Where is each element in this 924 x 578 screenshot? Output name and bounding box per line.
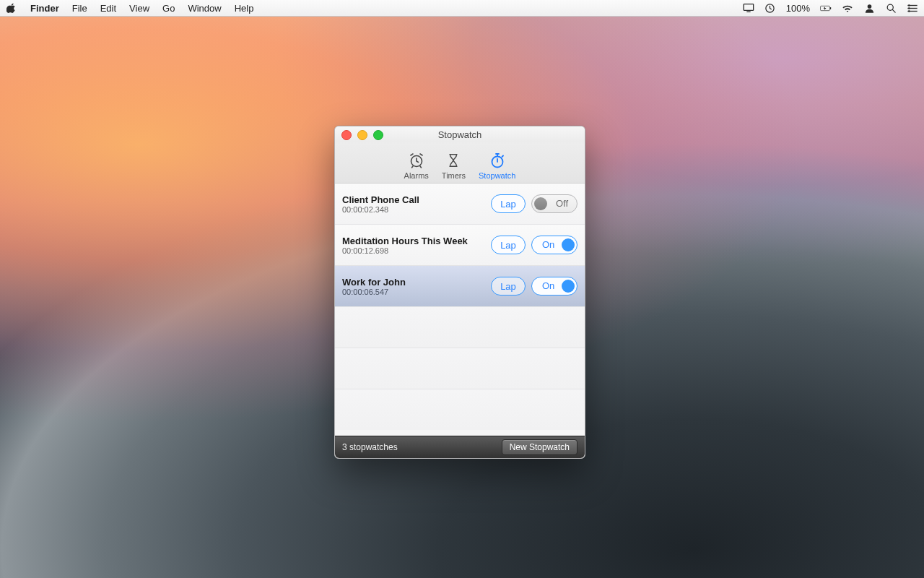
tab-stopwatch[interactable]: Stopwatch <box>479 151 515 180</box>
run-toggle[interactable]: On <box>531 277 578 296</box>
lap-button[interactable]: Lap <box>491 277 526 296</box>
svg-rect-4 <box>830 7 831 9</box>
stopwatch-list: Client Phone Call 00:00:02.348 Lap Off M… <box>335 184 585 436</box>
tab-label: Timers <box>442 171 466 180</box>
lap-button[interactable]: Lap <box>491 236 526 254</box>
toggle-label: On <box>542 280 554 291</box>
window-minimize-button[interactable] <box>357 130 367 140</box>
stopwatch-row[interactable]: Work for John 00:00:06.547 Lap On <box>335 266 585 307</box>
run-toggle[interactable]: On <box>531 236 578 254</box>
svg-rect-1 <box>746 12 750 12</box>
tab-alarms[interactable]: Alarms <box>404 151 429 180</box>
notification-center-icon[interactable] <box>907 2 918 14</box>
window-title: Stopwatch <box>438 129 482 140</box>
svg-point-5 <box>867 4 871 9</box>
hourglass-icon <box>444 151 463 170</box>
battery-charging-icon[interactable] <box>820 2 832 14</box>
svg-line-7 <box>892 9 895 12</box>
menubar-item-window[interactable]: Window <box>188 3 221 14</box>
window-zoom-button[interactable] <box>373 130 383 140</box>
new-stopwatch-button[interactable]: New Stopwatch <box>502 439 578 455</box>
stopwatch-name: Meditation Hours This Week <box>342 236 485 246</box>
window-titlebar[interactable]: Stopwatch <box>335 126 585 142</box>
svg-point-11 <box>908 4 910 7</box>
window-footer: 3 stopwatches New Stopwatch <box>335 436 585 458</box>
toggle-label: Off <box>556 198 568 209</box>
tab-timers[interactable]: Timers <box>442 151 466 180</box>
display-icon[interactable] <box>743 2 754 14</box>
run-toggle[interactable]: Off <box>531 194 578 213</box>
toggle-knob <box>562 238 575 251</box>
wifi-icon[interactable] <box>842 2 853 14</box>
battery-percent[interactable]: 100% <box>786 3 810 14</box>
stopwatch-time: 00:00:06.547 <box>342 288 485 296</box>
toggle-knob <box>534 197 547 210</box>
spotlight-search-icon[interactable] <box>885 2 897 14</box>
stopwatch-count: 3 stopwatches <box>342 442 502 452</box>
empty-row <box>335 348 585 389</box>
tab-label: Alarms <box>404 171 429 180</box>
stopwatch-time: 00:00:12.698 <box>342 246 485 255</box>
menubar-item-file[interactable]: File <box>72 3 87 14</box>
lap-button[interactable]: Lap <box>491 194 526 213</box>
empty-row <box>335 389 585 430</box>
desktop: Finder File Edit View Go Window Help 100… <box>0 0 924 578</box>
user-icon[interactable] <box>863 2 875 14</box>
stopwatch-name: Work for John <box>342 277 485 288</box>
stopwatch-row[interactable]: Client Phone Call 00:00:02.348 Lap Off <box>335 184 585 225</box>
svg-point-12 <box>908 7 910 9</box>
stopwatch-window: Stopwatch Alarms Timers Stopwatch <box>334 126 585 459</box>
stopwatch-time: 00:00:02.348 <box>342 205 485 214</box>
menubar-app-name[interactable]: Finder <box>30 3 59 14</box>
menubar: Finder File Edit View Go Window Help 100… <box>0 0 924 17</box>
stopwatch-name: Client Phone Call <box>342 194 485 205</box>
tab-label: Stopwatch <box>479 171 515 180</box>
stopwatch-icon <box>488 151 507 170</box>
svg-point-13 <box>908 10 910 12</box>
window-close-button[interactable] <box>341 130 352 140</box>
menubar-item-help[interactable]: Help <box>235 3 254 14</box>
empty-row <box>335 307 585 348</box>
toggle-label: On <box>542 239 554 250</box>
menubar-item-go[interactable]: Go <box>162 3 175 14</box>
window-toolbar: Alarms Timers Stopwatch <box>335 142 585 184</box>
menubar-item-edit[interactable]: Edit <box>100 3 116 14</box>
apple-menu-icon[interactable] <box>6 2 17 14</box>
stopwatch-row[interactable]: Meditation Hours This Week 00:00:12.698 … <box>335 225 585 266</box>
svg-rect-0 <box>744 4 753 11</box>
clock-icon[interactable] <box>764 2 776 14</box>
toggle-knob <box>562 280 575 293</box>
menubar-item-view[interactable]: View <box>129 3 149 14</box>
alarm-clock-icon <box>407 151 426 170</box>
